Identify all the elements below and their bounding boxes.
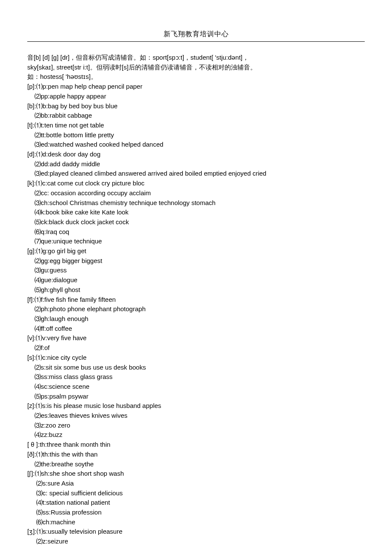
text-line: ⑵gg:egg bigger biggest [27, 256, 365, 266]
page-header: 新飞翔教育培训中心 [27, 30, 365, 39]
header-rule [27, 41, 365, 42]
text-line: [v]:⑴v:very five have [27, 333, 365, 343]
text-line: ⑶ed:played cleaned climbed answered arri… [27, 169, 365, 179]
text-line: [f]:⑴f:five fish fine family fifteen [27, 295, 365, 305]
text-line: ⑸ck:black duck clock jacket cock [27, 217, 365, 227]
text-line: ⑺que:unique technique [27, 237, 365, 246]
text-line: [ʒ]:⑴s:usually television pleasure [27, 527, 365, 537]
text-line: [k]:⑴c:cat come cut clock cry picture bl… [27, 179, 365, 188]
text-line: [t]:⑴t:ten time not get table [27, 121, 365, 130]
text-line: ⑶z:zoo zero [27, 421, 365, 431]
text-line: ⑷k:book bike cake kite Kate look [27, 208, 365, 217]
text-line: ⑹ch:machine [27, 517, 365, 527]
text-line: [ʃ]:⑴sh:she shoe short shop wash [27, 469, 365, 479]
text-line: ⑶ch:school Christmas chemistry technique… [27, 198, 365, 208]
text-line: ⑷gue:dialogue [27, 275, 365, 285]
text-line: [ð]:⑴th:this the with than [27, 450, 365, 460]
text-line: ⑸ps:psalm psywar [27, 392, 365, 402]
text-line: ⑵pp:apple happy appear [27, 92, 365, 101]
document-page: 新飞翔教育培训中心 音[b] [d] [g] [dr]，但音标仍写成清辅音。如：… [0, 0, 392, 555]
text-line: ⑶c: special sufficient delicious [27, 489, 365, 498]
text-line: ⑵ph:photo phone elephant photograph [27, 304, 365, 314]
text-line: ⑵tt:bottle bottom little pretty [27, 130, 365, 140]
text-line: ⑷zz:buzz [27, 430, 365, 440]
text-line: ⑵dd:add daddy middle [27, 159, 365, 169]
text-line: [g]:⑴g:go girl big get [27, 246, 365, 256]
text-line: ⑵f:of [27, 343, 365, 353]
text-line: ⑵bb:rabbit cabbage [27, 111, 365, 121]
text-line: [s]:⑴c:nice city cycle [27, 353, 365, 363]
text-line: [p]:⑴p:pen map help cheap pencil paper [27, 82, 365, 92]
text-line: [d]:⑴d:desk door day dog [27, 150, 365, 159]
text-line: ⑵the:breathe soythe [27, 460, 365, 469]
text-line: 如：hostess[ 'həʊstɪs]。 [27, 72, 365, 82]
text-line: 音[b] [d] [g] [dr]，但音标仍写成清辅音。如：sport[spɔ:… [27, 53, 365, 63]
text-line: [b]:⑴b:bag by bed boy bus blue [27, 101, 365, 111]
text-line: ⑸gh:ghyll ghost [27, 285, 365, 295]
text-line: ⑵cc: occasion according occupy acclaim [27, 188, 365, 198]
text-line: sky[skaɪ], street[str i:t]。但弱读时[s]后的清辅音仍… [27, 63, 365, 72]
text-line: ⑶ed:watched washed cooked helped danced [27, 140, 365, 150]
text-line: ⑶ss:miss class glass grass [27, 372, 365, 382]
text-line: ⑵z:seizure [27, 537, 365, 546]
text-line: ⑶gu:guess [27, 266, 365, 275]
text-line: ⑷sc:science scene [27, 382, 365, 392]
text-line: ⑸ss:Russia profession [27, 508, 365, 517]
text-line: ⑵s:sit six some bus use us desk books [27, 363, 365, 373]
text-line: ⑵s:sure Asia [27, 479, 365, 489]
text-line: ⑶gh:laugh enough [27, 314, 365, 324]
text-line: [z]:⑴s:is his please music lose husband … [27, 401, 365, 411]
text-line: [ θ ]:th:three thank month thin [27, 440, 365, 450]
text-line: ⑵es:leaves thieves knives wives [27, 411, 365, 421]
text-line: ⑹q:Iraq coq [27, 227, 365, 237]
text-line: ⑷ff:off coffee [27, 324, 365, 334]
body-content: 音[b] [d] [g] [dr]，但音标仍写成清辅音。如：sport[spɔ:… [27, 53, 365, 546]
text-line: ⑷t:station national patient [27, 498, 365, 508]
